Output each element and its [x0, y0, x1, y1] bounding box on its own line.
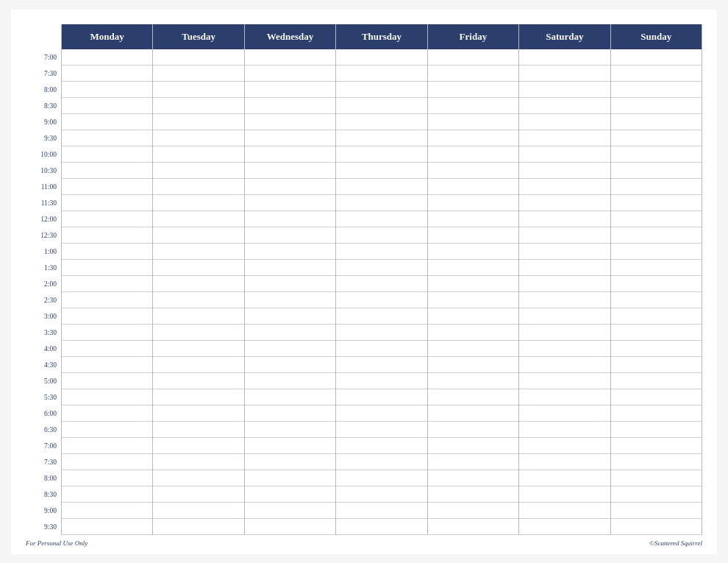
time-row[interactable] [611, 65, 702, 82]
time-row[interactable] [336, 470, 427, 486]
time-row[interactable] [153, 406, 243, 422]
time-row[interactable] [336, 82, 427, 98]
time-row[interactable] [153, 503, 243, 519]
time-row[interactable] [611, 114, 702, 130]
time-row[interactable] [428, 325, 518, 341]
time-row[interactable] [336, 422, 427, 438]
time-row[interactable] [245, 146, 335, 163]
time-row[interactable] [245, 389, 335, 406]
time-row[interactable] [336, 373, 427, 389]
time-row[interactable] [62, 130, 152, 146]
time-row[interactable] [62, 519, 152, 535]
time-row[interactable] [153, 470, 243, 486]
time-row[interactable] [245, 49, 335, 65]
time-row[interactable] [153, 389, 243, 406]
time-row[interactable] [428, 486, 518, 503]
time-row[interactable] [245, 357, 335, 373]
time-row[interactable] [611, 470, 702, 486]
time-row[interactable] [245, 438, 335, 454]
time-row[interactable] [611, 406, 702, 422]
time-row[interactable] [519, 276, 610, 292]
time-row[interactable] [519, 114, 610, 130]
time-row[interactable] [611, 146, 702, 163]
time-row[interactable] [153, 292, 243, 308]
time-row[interactable] [245, 341, 335, 357]
time-row[interactable] [519, 325, 610, 341]
time-row[interactable] [245, 179, 335, 195]
time-row[interactable] [62, 82, 152, 98]
time-row[interactable] [153, 260, 243, 276]
time-row[interactable] [153, 438, 243, 454]
time-row[interactable] [519, 486, 610, 503]
time-row[interactable] [611, 244, 702, 260]
time-row[interactable] [153, 163, 243, 179]
time-row[interactable] [611, 357, 702, 373]
time-row[interactable] [62, 325, 152, 341]
time-row[interactable] [245, 260, 335, 276]
time-row[interactable] [611, 130, 702, 146]
time-row[interactable] [62, 373, 152, 389]
time-row[interactable] [336, 438, 427, 454]
time-row[interactable] [245, 325, 335, 341]
time-row[interactable] [62, 292, 152, 308]
time-row[interactable] [611, 373, 702, 389]
time-row[interactable] [62, 244, 152, 260]
time-row[interactable] [519, 292, 610, 308]
time-row[interactable] [611, 519, 702, 535]
time-row[interactable] [336, 260, 427, 276]
time-row[interactable] [245, 163, 335, 179]
time-row[interactable] [336, 211, 427, 227]
time-row[interactable] [428, 341, 518, 357]
time-row[interactable] [153, 65, 243, 82]
time-row[interactable] [245, 227, 335, 244]
time-row[interactable] [62, 211, 152, 227]
time-row[interactable] [519, 130, 610, 146]
time-row[interactable] [62, 503, 152, 519]
time-row[interactable] [336, 276, 427, 292]
time-row[interactable] [245, 406, 335, 422]
time-row[interactable] [153, 308, 243, 325]
time-row[interactable] [611, 49, 702, 65]
time-row[interactable] [611, 389, 702, 406]
time-row[interactable] [519, 503, 610, 519]
time-row[interactable] [611, 195, 702, 211]
time-row[interactable] [62, 308, 152, 325]
time-row[interactable] [611, 325, 702, 341]
time-row[interactable] [62, 341, 152, 357]
time-row[interactable] [336, 389, 427, 406]
time-row[interactable] [62, 65, 152, 82]
time-row[interactable] [519, 98, 610, 114]
time-row[interactable] [245, 422, 335, 438]
time-row[interactable] [519, 422, 610, 438]
time-row[interactable] [428, 503, 518, 519]
time-row[interactable] [519, 470, 610, 486]
time-row[interactable] [336, 325, 427, 341]
time-row[interactable] [336, 292, 427, 308]
time-row[interactable] [428, 114, 518, 130]
time-row[interactable] [336, 244, 427, 260]
time-row[interactable] [611, 292, 702, 308]
time-row[interactable] [336, 98, 427, 114]
time-row[interactable] [519, 146, 610, 163]
time-row[interactable] [245, 519, 335, 535]
time-row[interactable] [245, 454, 335, 470]
time-row[interactable] [428, 65, 518, 82]
time-row[interactable] [428, 292, 518, 308]
time-row[interactable] [428, 130, 518, 146]
time-row[interactable] [519, 179, 610, 195]
time-row[interactable] [62, 454, 152, 470]
time-row[interactable] [428, 179, 518, 195]
time-row[interactable] [611, 503, 702, 519]
time-row[interactable] [428, 195, 518, 211]
time-row[interactable] [428, 49, 518, 65]
time-row[interactable] [245, 195, 335, 211]
time-row[interactable] [245, 276, 335, 292]
time-row[interactable] [336, 179, 427, 195]
time-row[interactable] [336, 195, 427, 211]
time-row[interactable] [153, 357, 243, 373]
time-row[interactable] [245, 130, 335, 146]
time-row[interactable] [336, 308, 427, 325]
time-row[interactable] [428, 244, 518, 260]
time-row[interactable] [519, 65, 610, 82]
time-row[interactable] [428, 163, 518, 179]
